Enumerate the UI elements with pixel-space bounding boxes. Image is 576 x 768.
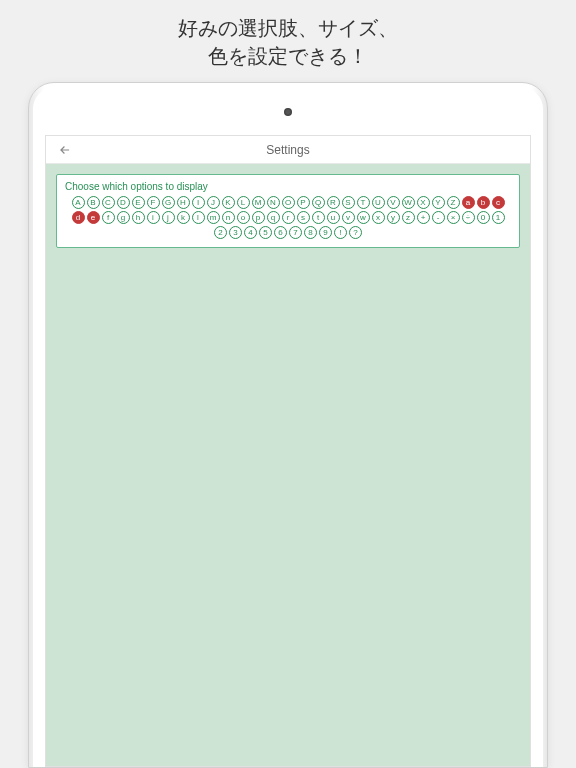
option-toggle[interactable]: 2 [214, 226, 227, 239]
option-toggle[interactable]: O [282, 196, 295, 209]
option-toggle[interactable]: ! [334, 226, 347, 239]
option-toggle[interactable]: A [72, 196, 85, 209]
option-toggle[interactable]: Q [312, 196, 325, 209]
option-toggle[interactable]: S [342, 196, 355, 209]
option-toggle[interactable]: V [387, 196, 400, 209]
option-toggle[interactable]: K [222, 196, 235, 209]
option-toggle[interactable]: e [87, 211, 100, 224]
option-toggle[interactable]: 9 [319, 226, 332, 239]
option-toggle[interactable]: N [267, 196, 280, 209]
option-toggle[interactable]: P [297, 196, 310, 209]
option-toggle[interactable]: L [237, 196, 250, 209]
option-toggle[interactable]: × [447, 211, 460, 224]
option-toggle[interactable]: H [177, 196, 190, 209]
promo-caption: 好みの選択肢、サイズ、 色を設定できる！ [0, 0, 576, 80]
option-toggle[interactable]: u [327, 211, 340, 224]
options-grid: ABCDEFGHIJKLMNOPQRSTUVWXYZabcdefghijklmn… [65, 196, 511, 239]
option-toggle[interactable]: 1 [492, 211, 505, 224]
content-area: Choose which options to display ABCDEFGH… [46, 164, 530, 766]
header-bar: Settings [46, 136, 530, 164]
promo-line2: 色を設定できる！ [0, 42, 576, 70]
option-toggle[interactable]: Z [447, 196, 460, 209]
option-toggle[interactable]: 6 [274, 226, 287, 239]
option-toggle[interactable]: U [372, 196, 385, 209]
option-toggle[interactable]: n [222, 211, 235, 224]
option-toggle[interactable]: D [117, 196, 130, 209]
tablet-frame: Settings Choose which options to display… [28, 82, 548, 768]
option-toggle[interactable]: b [477, 196, 490, 209]
app-screen: Settings Choose which options to display… [45, 135, 531, 767]
option-toggle[interactable]: g [117, 211, 130, 224]
option-toggle[interactable]: X [417, 196, 430, 209]
option-toggle[interactable]: t [312, 211, 325, 224]
option-toggle[interactable]: d [72, 211, 85, 224]
option-toggle[interactable]: 3 [229, 226, 242, 239]
option-toggle[interactable]: G [162, 196, 175, 209]
option-toggle[interactable]: 8 [304, 226, 317, 239]
option-toggle[interactable]: 4 [244, 226, 257, 239]
option-toggle[interactable]: i [147, 211, 160, 224]
option-toggle[interactable]: z [402, 211, 415, 224]
option-toggle[interactable]: I [192, 196, 205, 209]
option-toggle[interactable]: 0 [477, 211, 490, 224]
option-toggle[interactable]: T [357, 196, 370, 209]
option-toggle[interactable]: f [102, 211, 115, 224]
option-toggle[interactable]: k [177, 211, 190, 224]
option-toggle[interactable]: ÷ [462, 211, 475, 224]
option-toggle[interactable]: R [327, 196, 340, 209]
tablet-bezel: Settings Choose which options to display… [33, 87, 543, 767]
option-toggle[interactable]: a [462, 196, 475, 209]
options-panel: Choose which options to display ABCDEFGH… [56, 174, 520, 248]
option-toggle[interactable]: x [372, 211, 385, 224]
option-toggle[interactable]: p [252, 211, 265, 224]
page-title: Settings [46, 143, 530, 157]
option-toggle[interactable]: J [207, 196, 220, 209]
option-toggle[interactable]: C [102, 196, 115, 209]
option-toggle[interactable]: W [402, 196, 415, 209]
options-panel-label: Choose which options to display [65, 181, 511, 192]
option-toggle[interactable]: - [432, 211, 445, 224]
option-toggle[interactable]: l [192, 211, 205, 224]
option-toggle[interactable]: c [492, 196, 505, 209]
arrow-left-icon [58, 143, 72, 157]
option-toggle[interactable]: q [267, 211, 280, 224]
option-toggle[interactable]: v [342, 211, 355, 224]
option-toggle[interactable]: + [417, 211, 430, 224]
option-toggle[interactable]: h [132, 211, 145, 224]
option-toggle[interactable]: w [357, 211, 370, 224]
option-toggle[interactable]: B [87, 196, 100, 209]
option-toggle[interactable]: m [207, 211, 220, 224]
back-button[interactable] [56, 141, 74, 159]
option-toggle[interactable]: s [297, 211, 310, 224]
option-toggle[interactable]: E [132, 196, 145, 209]
option-toggle[interactable]: r [282, 211, 295, 224]
option-toggle[interactable]: j [162, 211, 175, 224]
option-toggle[interactable]: 7 [289, 226, 302, 239]
option-toggle[interactable]: Y [432, 196, 445, 209]
option-toggle[interactable]: o [237, 211, 250, 224]
option-toggle[interactable]: 5 [259, 226, 272, 239]
promo-line1: 好みの選択肢、サイズ、 [0, 14, 576, 42]
option-toggle[interactable]: F [147, 196, 160, 209]
camera-icon [284, 108, 292, 116]
option-toggle[interactable]: ? [349, 226, 362, 239]
option-toggle[interactable]: y [387, 211, 400, 224]
option-toggle[interactable]: M [252, 196, 265, 209]
